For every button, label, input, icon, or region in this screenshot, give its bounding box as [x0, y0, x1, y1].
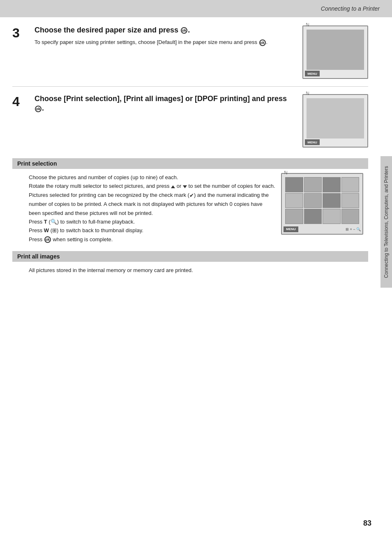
- menu-bar-4: MENU: [305, 139, 320, 145]
- step4-number: 4: [12, 95, 29, 108]
- thumb-cell-8: [341, 193, 360, 208]
- antenna-icon: ℕ: [306, 22, 309, 28]
- side-tab: Connecting to Televisions, Computers, an…: [380, 156, 392, 288]
- step3-desc: To specify paper size using printer sett…: [35, 38, 296, 47]
- t-button-label: T: [44, 219, 47, 225]
- thumb-icons: ⊞ + − 🔍: [346, 226, 361, 233]
- camera-screen-3: ℕ MENU: [302, 25, 368, 79]
- menu-bar: MENU: [305, 71, 320, 76]
- step3-number: 3: [12, 26, 29, 39]
- antenna-icon4: ℕ: [306, 91, 309, 96]
- step4-content: Choose [Print selection], [Print all ima…: [35, 94, 296, 117]
- header-title: Connecting to a Printer: [321, 5, 380, 12]
- print-selection-subsection: Print selection Choose the pictures and …: [12, 158, 368, 248]
- thumb-screen-image: ℕ: [281, 173, 363, 235]
- print-selection-body: Choose the pictures and number of copies…: [12, 169, 368, 248]
- ok-button-icon: ok: [181, 27, 187, 34]
- thumb-cell-2: [304, 177, 322, 192]
- thumb-cell-7: [323, 193, 341, 208]
- w-button-label: W: [44, 227, 49, 233]
- step3-image: ℕ MENU: [302, 25, 368, 79]
- thumb-screen: ℕ: [281, 173, 363, 235]
- ok-button-icon5: ok: [44, 236, 51, 243]
- thumb-cell-4: [341, 177, 360, 192]
- triangle-up-icon: [171, 185, 175, 188]
- ps-para5: Press W (⊞) to switch back to thumbnail …: [29, 226, 275, 235]
- content-area: 3 Choose the desired paper size and pres…: [0, 17, 380, 540]
- print-all-header: Print all images: [12, 251, 368, 262]
- thumb-cell-10: [304, 209, 322, 224]
- thumb-cell-3: [323, 177, 341, 192]
- ps-para6: Press ok when setting is complete.: [29, 235, 275, 244]
- ok-button-icon2: ok: [259, 39, 266, 46]
- antenna-icon5: ℕ: [284, 169, 288, 176]
- step4-section: 4 Choose [Print selection], [Print all i…: [12, 94, 368, 151]
- step3-title: Choose the desired paper size and press …: [35, 25, 296, 35]
- thumb-grid: [285, 177, 359, 224]
- step4-title: Choose [Print selection], [Print all ima…: [35, 94, 296, 113]
- ps-para2: Rotate the rotary multi selector to sele…: [29, 182, 275, 190]
- side-tab-text: Connecting to Televisions, Computers, an…: [383, 166, 389, 278]
- print-selection-header: Print selection: [12, 158, 368, 169]
- thumb-cell-5: [285, 193, 303, 208]
- print-all-subsection: Print all images All pictures stored in …: [12, 251, 368, 279]
- camera-screen-4: ℕ MENU: [302, 94, 368, 148]
- step3-content: Choose the desired paper size and press …: [35, 25, 296, 47]
- step4-image: ℕ MENU: [302, 94, 368, 148]
- ps-para3: Pictures selected for printing can be re…: [29, 191, 275, 217]
- thumb-bottom-bar: MENU ⊞ + − 🔍: [284, 226, 361, 233]
- screen-inner: [307, 30, 364, 70]
- print-all-text: All pictures stored in the internal memo…: [29, 266, 363, 275]
- thumb-cell-12: [341, 209, 360, 224]
- thumb-cell-9: [285, 209, 303, 224]
- thumb-cell-11: [323, 209, 341, 224]
- print-selection-text: Choose the pictures and number of copies…: [29, 173, 275, 244]
- thumb-cell-6: [304, 193, 322, 208]
- ok-button-icon3: ok: [35, 106, 42, 112]
- check-mark-icon: ✔: [189, 192, 194, 198]
- thumb-menu-label: MENU: [284, 226, 298, 232]
- ps-para1: Choose the pictures and number of copies…: [29, 173, 275, 182]
- ps-para4: Press T (🔍) to switch to full-frame play…: [29, 217, 275, 226]
- triangle-down-icon: [183, 185, 187, 188]
- print-all-body: All pictures stored in the internal memo…: [12, 262, 368, 279]
- screen-inner-4: [307, 98, 364, 138]
- thumb-cell-1: [285, 177, 303, 192]
- header-bar: Connecting to a Printer: [0, 0, 392, 17]
- step3-section: 3 Choose the desired paper size and pres…: [12, 25, 368, 87]
